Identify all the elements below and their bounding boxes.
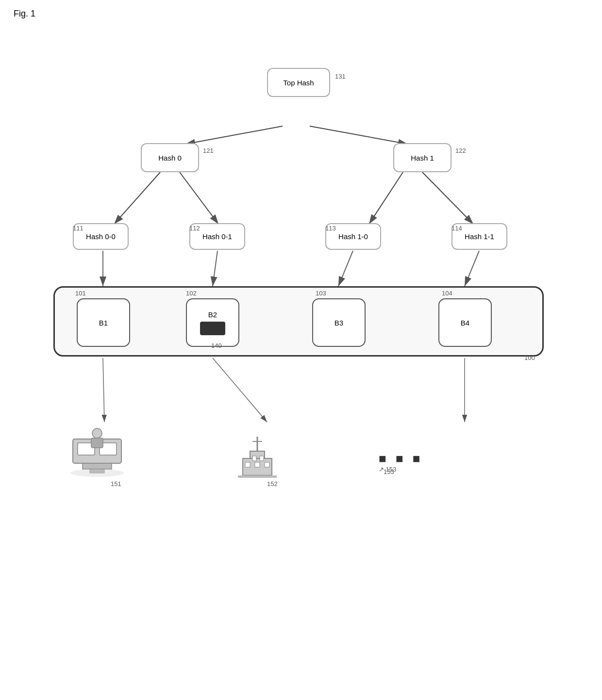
- svg-rect-31: [255, 462, 260, 467]
- top-hash-label: Top Hash: [283, 79, 314, 87]
- b3-label: B3: [334, 319, 343, 327]
- svg-rect-32: [265, 462, 269, 467]
- svg-rect-24: [91, 438, 103, 448]
- hash1-node: Hash 1: [393, 143, 452, 172]
- ref-113: 113: [325, 225, 336, 232]
- ref-112: 112: [189, 225, 200, 232]
- hash10-label: Hash 1-0: [338, 232, 368, 241]
- ref-140: 140: [211, 342, 222, 349]
- b2-label: B2: [208, 310, 217, 319]
- blockchain-container: B1 B2 B3 B4: [53, 286, 544, 357]
- svg-line-7: [422, 172, 473, 224]
- svg-rect-35: [238, 475, 277, 478]
- svg-line-4: [114, 172, 160, 224]
- ref-114: 114: [452, 225, 462, 232]
- ref-102: 102: [186, 290, 197, 297]
- node-152-svg: [228, 424, 286, 478]
- ref-122: 122: [455, 147, 466, 154]
- ref-101: 101: [75, 290, 86, 297]
- ref-103: 103: [316, 290, 326, 297]
- hash01-label: Hash 0-1: [202, 232, 232, 241]
- diagram: Top Hash 131 Hash 0 121 Hash 1 122 Hash …: [29, 29, 573, 679]
- ellipsis-dots: ■ ■ ■: [379, 451, 423, 466]
- svg-line-2: [185, 126, 283, 144]
- block-b4: B4: [438, 298, 492, 347]
- svg-rect-28: [252, 456, 256, 461]
- block-b2: B2: [186, 298, 239, 347]
- ref-131: 131: [335, 73, 346, 80]
- ref-152: 152: [267, 480, 278, 488]
- ref-104: 104: [442, 290, 452, 297]
- svg-line-11: [465, 251, 479, 286]
- svg-rect-21: [83, 463, 112, 469]
- svg-line-15: [103, 358, 104, 422]
- hash00-label: Hash 0-0: [86, 232, 116, 241]
- svg-line-10: [338, 251, 353, 286]
- svg-point-25: [70, 469, 124, 477]
- top-hash-node: Top Hash: [267, 68, 330, 97]
- hash1-label: Hash 1: [411, 154, 434, 162]
- ref-100: 100: [524, 354, 535, 361]
- ref-111: 111: [73, 225, 84, 232]
- b2-inner-rect: [200, 322, 225, 335]
- hash0-node: Hash 0: [141, 143, 199, 172]
- svg-rect-30: [245, 462, 250, 467]
- ref-121: 121: [203, 147, 214, 154]
- b1-label: B1: [99, 319, 108, 327]
- svg-line-16: [213, 358, 267, 422]
- svg-point-23: [92, 428, 102, 438]
- block-b1: B1: [77, 298, 130, 347]
- b4-label: B4: [461, 319, 469, 327]
- svg-line-6: [369, 172, 403, 224]
- ref-153-arrow: ↗ 153: [379, 466, 396, 473]
- hash11-label: Hash 1-1: [465, 232, 494, 241]
- ref-151: 151: [111, 480, 121, 488]
- hash0-label: Hash 0: [158, 154, 182, 162]
- block-b3: B3: [312, 298, 366, 347]
- svg-line-9: [213, 251, 217, 286]
- svg-rect-29: [260, 456, 264, 461]
- svg-line-5: [180, 172, 218, 224]
- svg-line-3: [310, 126, 408, 144]
- node-151-svg: [68, 424, 126, 478]
- fig-label: Fig. 1: [14, 9, 35, 19]
